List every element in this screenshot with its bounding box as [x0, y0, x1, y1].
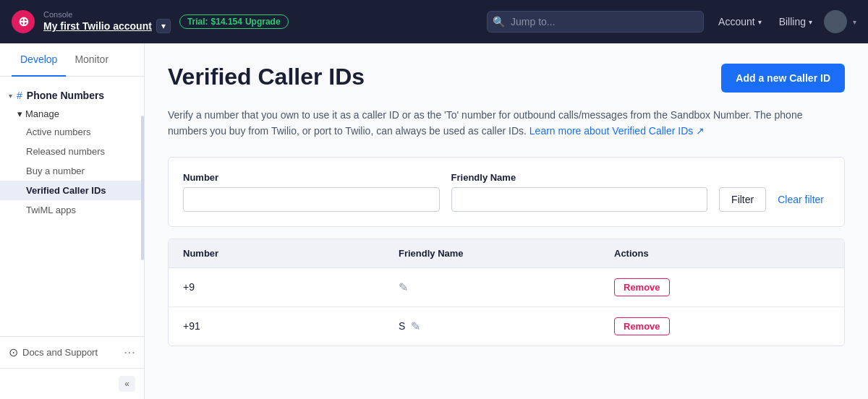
docs-icon: ⊙ [9, 346, 18, 359]
number-filter-field: Number [183, 172, 440, 212]
collapse-sidebar-btn[interactable]: « [119, 376, 135, 392]
filter-btn[interactable]: Filter [719, 187, 766, 212]
number-filter-input[interactable] [183, 187, 440, 212]
sidebar-item-verified-caller-ids[interactable]: Verified Caller IDs [0, 181, 144, 200]
top-navigation: ⊕ Console My first Twilio account ▾ Tria… [0, 0, 868, 43]
docs-support-label: Docs and Support [22, 347, 98, 358]
topnav-actions: Account ▾ Billing ▾ ▾ [712, 10, 856, 33]
row2-friendly-name-cell: S ✎ [399, 319, 614, 333]
brand-section: Console My first Twilio account ▾ [43, 10, 171, 33]
console-label: Console [43, 10, 171, 19]
column-header-number: Number [183, 248, 399, 259]
twilio-logo: ⊕ [12, 10, 35, 33]
table-row: +91 S ✎ Remove [169, 307, 844, 346]
filter-actions: Filter Clear filter [719, 187, 830, 212]
upgrade-link[interactable]: Upgrade [245, 17, 281, 27]
manage-group: ▾ Manage Active numbers Released numbers… [0, 106, 144, 226]
row1-actions: Remove [614, 278, 830, 296]
phone-numbers-icon: # [17, 90, 22, 101]
sidebar-item-released-numbers[interactable]: Released numbers [0, 142, 144, 161]
left-sidebar: Develop Monitor ▾ # Phone Numbers ▾ Mana… [0, 43, 145, 399]
tab-monitor[interactable]: Monitor [66, 43, 117, 77]
learn-more-link[interactable]: Learn more about Verified Caller IDs ↗ [529, 125, 705, 137]
main-content: Verified Caller IDs Add a new Caller ID … [145, 43, 868, 399]
table-row: +9 ✎ Remove [169, 268, 844, 307]
number-filter-label: Number [183, 172, 440, 183]
manage-group-header[interactable]: ▾ Manage [0, 106, 144, 122]
phone-numbers-section-header[interactable]: ▾ # Phone Numbers [0, 85, 144, 106]
column-header-friendly-name: Friendly Name [399, 248, 614, 259]
caller-ids-table: Number Friendly Name Actions +9 ✎ Remove… [168, 239, 845, 346]
filter-row: Number Friendly Name Filter Clear filter [183, 172, 830, 212]
search-input[interactable] [487, 11, 704, 33]
account-dropdown-btn[interactable]: ▾ [156, 19, 171, 33]
more-options-icon[interactable]: ⋯ [124, 346, 135, 359]
row2-remove-btn[interactable]: Remove [614, 317, 670, 335]
table-header: Number Friendly Name Actions [169, 239, 844, 268]
row1-edit-icon[interactable]: ✎ [399, 280, 408, 294]
search-icon: 🔍 [493, 16, 505, 27]
billing-menu-btn[interactable]: Billing ▾ [773, 13, 818, 30]
friendly-name-filter-field: Friendly Name [451, 172, 708, 212]
row2-edit-icon[interactable]: ✎ [411, 319, 420, 333]
app-layout: Develop Monitor ▾ # Phone Numbers ▾ Mana… [0, 43, 868, 399]
user-avatar[interactable] [824, 10, 847, 33]
filter-card: Number Friendly Name Filter Clear filter [168, 157, 845, 227]
row2-number: +91 [183, 320, 399, 332]
sidebar-scrollbar[interactable] [141, 116, 144, 260]
row1-number: +9 [183, 281, 399, 293]
column-header-actions: Actions [614, 248, 830, 259]
account-menu-btn[interactable]: Account ▾ [712, 13, 767, 30]
friendly-name-filter-label: Friendly Name [451, 172, 708, 183]
clear-filter-btn[interactable]: Clear filter [772, 188, 830, 211]
page-description: Verify a number that you own to use it a… [168, 107, 833, 140]
sidebar-item-buy-number[interactable]: Buy a number [0, 161, 144, 181]
manage-toggle-icon: ▾ [17, 108, 22, 119]
account-chevron-icon: ▾ [758, 18, 762, 26]
avatar-chevron-icon: ▾ [853, 18, 856, 26]
row1-remove-btn[interactable]: Remove [614, 278, 670, 296]
add-caller-id-btn[interactable]: Add a new Caller ID [721, 64, 845, 93]
search-bar: 🔍 [487, 11, 704, 33]
row1-friendly-name-cell: ✎ [399, 280, 614, 294]
section-toggle-icon: ▾ [9, 92, 12, 100]
row2-actions: Remove [614, 317, 830, 335]
sidebar-nav: ▾ # Phone Numbers ▾ Manage Active number… [0, 77, 144, 336]
docs-support-link[interactable]: ⊙ Docs and Support [9, 346, 98, 359]
sidebar-footer: ⊙ Docs and Support ⋯ [0, 336, 144, 368]
page-header: Verified Caller IDs Add a new Caller ID [168, 64, 845, 93]
row2-friendly-name-text: S [399, 320, 405, 332]
sidebar-item-active-numbers[interactable]: Active numbers [0, 122, 144, 142]
tab-develop[interactable]: Develop [12, 43, 66, 77]
manage-label: Manage [25, 108, 59, 119]
sidebar-tabs: Develop Monitor [0, 43, 144, 77]
page-title: Verified Caller IDs [168, 64, 365, 90]
collapse-section: « [0, 368, 144, 399]
billing-chevron-icon: ▾ [809, 18, 812, 26]
sidebar-item-twiml-apps[interactable]: TwiML apps [0, 200, 144, 220]
account-name[interactable]: My first Twilio account [43, 20, 152, 32]
trial-badge: Trial: $14.154 Upgrade [179, 14, 289, 29]
friendly-name-filter-input[interactable] [451, 187, 708, 212]
account-selector[interactable]: My first Twilio account ▾ [43, 19, 171, 33]
phone-numbers-label: Phone Numbers [27, 90, 104, 101]
